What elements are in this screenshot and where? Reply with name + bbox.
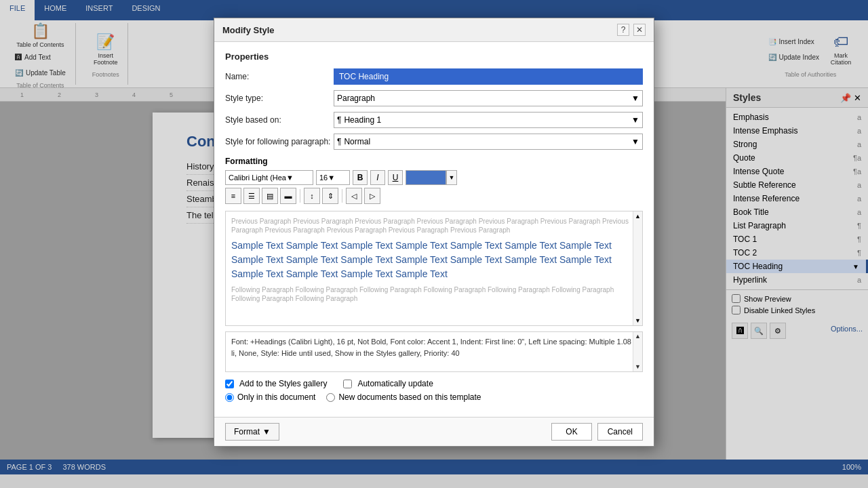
style-based-row: Style based on: ¶ Heading 1 ▼ bbox=[225, 112, 643, 128]
style-type-row: Style type: Paragraph ▼ bbox=[225, 90, 643, 106]
preview-scroll-down[interactable]: ▼ bbox=[635, 317, 641, 324]
align-separator bbox=[300, 189, 300, 203]
app-window: FILE HOME INSERT DESIGN 📋 Table of Conte… bbox=[0, 0, 868, 488]
following-para-label: Style for following paragraph: bbox=[225, 137, 334, 146]
description-text: Font: +Headings (Calibri Light), 16 pt, … bbox=[231, 338, 631, 357]
only-this-doc-label: Only in this document bbox=[237, 392, 315, 402]
format-button[interactable]: Format ▼ bbox=[225, 423, 279, 441]
underline-button[interactable]: U bbox=[388, 170, 403, 185]
dialog-title: Modify Style bbox=[222, 25, 275, 35]
modal-overlay: Modify Style ? ✕ Properties Name: Style … bbox=[0, 0, 868, 488]
only-this-doc-radio[interactable] bbox=[225, 393, 234, 402]
following-para-icon: ¶ bbox=[337, 137, 341, 146]
formatting-title: Formatting bbox=[225, 157, 643, 166]
align-justify-button[interactable]: ▬ bbox=[280, 188, 296, 204]
preview-sample-text: Sample Text Sample Text Sample Text Samp… bbox=[231, 239, 637, 281]
new-docs-radio[interactable] bbox=[326, 393, 335, 402]
font-name-select[interactable]: Calibri Light (Hea ▼ bbox=[225, 170, 313, 185]
bold-button[interactable]: B bbox=[353, 170, 368, 185]
dialog-controls: ? ✕ bbox=[617, 24, 646, 36]
add-to-gallery-checkbox[interactable] bbox=[225, 380, 234, 388]
font-size-value: 16 bbox=[319, 174, 328, 182]
options-area: Add to the Styles gallery Automatically … bbox=[225, 379, 643, 402]
following-para-value: Normal bbox=[344, 137, 370, 146]
dialog-titlebar: Modify Style ? ✕ bbox=[214, 18, 654, 42]
font-name-arrow: ▼ bbox=[286, 174, 294, 182]
style-type-label: Style type: bbox=[225, 94, 334, 103]
only-this-doc-radio-item: Only in this document bbox=[225, 392, 315, 402]
formatting-row-1: Calibri Light (Hea ▼ 16 ▼ B I U ▼ bbox=[225, 170, 643, 185]
preview-following-text: Following Paragraph Following Paragraph … bbox=[231, 285, 637, 303]
scope-radio-row: Only in this document New documents base… bbox=[225, 392, 643, 402]
following-para-row: Style for following paragraph: ¶ Normal … bbox=[225, 134, 643, 150]
style-type-arrow: ▼ bbox=[631, 94, 639, 103]
following-para-select[interactable]: ¶ Normal ▼ bbox=[334, 134, 643, 150]
italic-button[interactable]: I bbox=[370, 170, 385, 185]
description-area: Font: +Headings (Calibri Light), 16 pt, … bbox=[225, 331, 643, 372]
style-based-label: Style based on: bbox=[225, 115, 334, 125]
new-docs-label: New documents based on this template bbox=[338, 392, 481, 402]
properties-section-title: Properties bbox=[225, 52, 643, 62]
preview-area: Previous Paragraph Previous Paragraph Pr… bbox=[225, 211, 643, 326]
align-left-button[interactable]: ≡ bbox=[225, 188, 241, 204]
name-label: Name: bbox=[225, 72, 334, 81]
align-center-button[interactable]: ☰ bbox=[243, 188, 260, 204]
modify-style-dialog: Modify Style ? ✕ Properties Name: Style … bbox=[214, 18, 654, 447]
font-size-arrow: ▼ bbox=[328, 174, 335, 182]
line-spacing-button[interactable]: ↕ bbox=[304, 188, 320, 204]
new-docs-radio-item: New documents based on this template bbox=[326, 392, 481, 402]
format-button-label: Format bbox=[234, 427, 260, 436]
font-color-arrow[interactable]: ▼ bbox=[446, 170, 457, 185]
cancel-button[interactable]: Cancel bbox=[597, 423, 643, 441]
style-based-select[interactable]: ¶ Heading 1 ▼ bbox=[334, 112, 643, 128]
formatting-section: Formatting Calibri Light (Hea ▼ 16 ▼ B I… bbox=[225, 157, 643, 204]
font-color-control: ▼ bbox=[406, 170, 457, 185]
formatting-row-2: ≡ ☰ ▤ ▬ ↕ ⇕ ◁ ▷ bbox=[225, 188, 643, 204]
dialog-help-button[interactable]: ? bbox=[617, 24, 629, 36]
style-type-select[interactable]: Paragraph ▼ bbox=[334, 90, 643, 106]
indent-separator bbox=[342, 189, 342, 203]
increase-indent-button[interactable]: ▷ bbox=[364, 188, 380, 204]
add-to-gallery-label: Add to the Styles gallery bbox=[239, 379, 327, 388]
desc-scroll-up[interactable]: ▲ bbox=[635, 332, 641, 342]
style-based-arrow: ▼ bbox=[631, 115, 639, 125]
auto-update-label: Automatically update bbox=[357, 379, 433, 388]
format-button-arrow: ▼ bbox=[262, 427, 271, 436]
font-size-select[interactable]: 16 ▼ bbox=[316, 170, 350, 185]
dialog-footer: Format ▼ OK Cancel bbox=[214, 417, 654, 446]
align-right-button[interactable]: ▤ bbox=[262, 188, 278, 204]
desc-scrollbar[interactable]: ▲ ▼ bbox=[633, 332, 642, 371]
dialog-action-buttons: OK Cancel bbox=[551, 423, 643, 441]
desc-scroll-down[interactable]: ▼ bbox=[635, 363, 641, 372]
preview-scroll-up[interactable]: ▲ bbox=[635, 213, 641, 220]
para-spacing-button[interactable]: ⇕ bbox=[322, 188, 338, 204]
add-to-gallery-row: Add to the Styles gallery Automatically … bbox=[225, 379, 643, 388]
name-input[interactable] bbox=[334, 68, 643, 85]
font-color-swatch[interactable] bbox=[406, 170, 446, 185]
ok-button[interactable]: OK bbox=[551, 423, 591, 441]
style-based-icon: ¶ bbox=[337, 115, 341, 125]
preview-previous-text: Previous Paragraph Previous Paragraph Pr… bbox=[231, 217, 637, 235]
auto-update-checkbox[interactable] bbox=[343, 380, 352, 388]
style-based-value: Heading 1 bbox=[344, 115, 381, 125]
preview-scrollbar[interactable]: ▲ ▼ bbox=[633, 211, 642, 325]
dialog-body: Properties Name: Style type: Paragraph ▼… bbox=[214, 42, 654, 417]
style-type-value: Paragraph bbox=[337, 94, 375, 103]
dialog-close-button[interactable]: ✕ bbox=[633, 24, 646, 36]
following-para-arrow: ▼ bbox=[631, 137, 639, 146]
name-row: Name: bbox=[225, 68, 643, 85]
font-name-value: Calibri Light (Hea bbox=[229, 174, 286, 182]
decrease-indent-button[interactable]: ◁ bbox=[346, 188, 362, 204]
